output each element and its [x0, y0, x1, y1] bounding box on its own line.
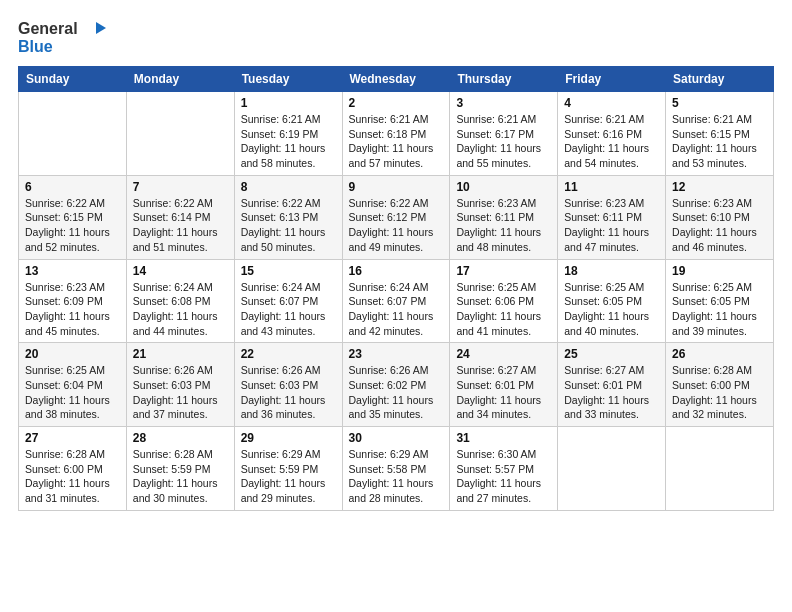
table-row: 29 Sunrise: 6:29 AMSunset: 5:59 PMDaylig…	[234, 427, 342, 511]
table-row: 31 Sunrise: 6:30 AMSunset: 5:57 PMDaylig…	[450, 427, 558, 511]
day-number: 23	[349, 347, 444, 361]
day-info: Sunrise: 6:27 AMSunset: 6:01 PMDaylight:…	[564, 364, 649, 420]
calendar-week-row: 6 Sunrise: 6:22 AMSunset: 6:15 PMDayligh…	[19, 175, 774, 259]
day-info: Sunrise: 6:23 AMSunset: 6:10 PMDaylight:…	[672, 197, 757, 253]
table-row: 3 Sunrise: 6:21 AMSunset: 6:17 PMDayligh…	[450, 92, 558, 176]
day-info: Sunrise: 6:29 AMSunset: 5:59 PMDaylight:…	[241, 448, 326, 504]
day-info: Sunrise: 6:24 AMSunset: 6:08 PMDaylight:…	[133, 281, 218, 337]
svg-text:General: General	[18, 20, 78, 37]
day-number: 13	[25, 264, 120, 278]
table-row: 16 Sunrise: 6:24 AMSunset: 6:07 PMDaylig…	[342, 259, 450, 343]
day-number: 19	[672, 264, 767, 278]
table-row: 26 Sunrise: 6:28 AMSunset: 6:00 PMDaylig…	[666, 343, 774, 427]
table-row: 7 Sunrise: 6:22 AMSunset: 6:14 PMDayligh…	[126, 175, 234, 259]
table-row	[19, 92, 127, 176]
day-info: Sunrise: 6:25 AMSunset: 6:05 PMDaylight:…	[564, 281, 649, 337]
day-info: Sunrise: 6:22 AMSunset: 6:13 PMDaylight:…	[241, 197, 326, 253]
day-info: Sunrise: 6:23 AMSunset: 6:11 PMDaylight:…	[456, 197, 541, 253]
day-info: Sunrise: 6:21 AMSunset: 6:18 PMDaylight:…	[349, 113, 434, 169]
day-number: 27	[25, 431, 120, 445]
day-number: 16	[349, 264, 444, 278]
day-number: 4	[564, 96, 659, 110]
table-row: 27 Sunrise: 6:28 AMSunset: 6:00 PMDaylig…	[19, 427, 127, 511]
day-number: 6	[25, 180, 120, 194]
day-number: 10	[456, 180, 551, 194]
day-number: 12	[672, 180, 767, 194]
table-row: 5 Sunrise: 6:21 AMSunset: 6:15 PMDayligh…	[666, 92, 774, 176]
calendar-week-row: 13 Sunrise: 6:23 AMSunset: 6:09 PMDaylig…	[19, 259, 774, 343]
day-info: Sunrise: 6:26 AMSunset: 6:03 PMDaylight:…	[133, 364, 218, 420]
svg-marker-1	[96, 22, 106, 34]
table-row: 1 Sunrise: 6:21 AMSunset: 6:19 PMDayligh…	[234, 92, 342, 176]
day-number: 15	[241, 264, 336, 278]
table-row: 8 Sunrise: 6:22 AMSunset: 6:13 PMDayligh…	[234, 175, 342, 259]
day-info: Sunrise: 6:24 AMSunset: 6:07 PMDaylight:…	[241, 281, 326, 337]
table-row: 14 Sunrise: 6:24 AMSunset: 6:08 PMDaylig…	[126, 259, 234, 343]
table-row: 15 Sunrise: 6:24 AMSunset: 6:07 PMDaylig…	[234, 259, 342, 343]
table-row	[126, 92, 234, 176]
day-info: Sunrise: 6:21 AMSunset: 6:17 PMDaylight:…	[456, 113, 541, 169]
header-monday: Monday	[126, 67, 234, 92]
header-sunday: Sunday	[19, 67, 127, 92]
day-info: Sunrise: 6:22 AMSunset: 6:12 PMDaylight:…	[349, 197, 434, 253]
day-number: 9	[349, 180, 444, 194]
table-row: 12 Sunrise: 6:23 AMSunset: 6:10 PMDaylig…	[666, 175, 774, 259]
day-number: 14	[133, 264, 228, 278]
table-row: 11 Sunrise: 6:23 AMSunset: 6:11 PMDaylig…	[558, 175, 666, 259]
logo: General Blue	[18, 18, 108, 58]
day-info: Sunrise: 6:27 AMSunset: 6:01 PMDaylight:…	[456, 364, 541, 420]
day-number: 17	[456, 264, 551, 278]
header-wednesday: Wednesday	[342, 67, 450, 92]
table-row: 28 Sunrise: 6:28 AMSunset: 5:59 PMDaylig…	[126, 427, 234, 511]
day-number: 26	[672, 347, 767, 361]
day-info: Sunrise: 6:26 AMSunset: 6:03 PMDaylight:…	[241, 364, 326, 420]
day-number: 3	[456, 96, 551, 110]
svg-text:Blue: Blue	[18, 38, 53, 55]
day-info: Sunrise: 6:21 AMSunset: 6:19 PMDaylight:…	[241, 113, 326, 169]
day-info: Sunrise: 6:24 AMSunset: 6:07 PMDaylight:…	[349, 281, 434, 337]
table-row: 9 Sunrise: 6:22 AMSunset: 6:12 PMDayligh…	[342, 175, 450, 259]
calendar-week-row: 20 Sunrise: 6:25 AMSunset: 6:04 PMDaylig…	[19, 343, 774, 427]
day-number: 22	[241, 347, 336, 361]
table-row: 24 Sunrise: 6:27 AMSunset: 6:01 PMDaylig…	[450, 343, 558, 427]
day-info: Sunrise: 6:22 AMSunset: 6:14 PMDaylight:…	[133, 197, 218, 253]
table-row: 4 Sunrise: 6:21 AMSunset: 6:16 PMDayligh…	[558, 92, 666, 176]
header-friday: Friday	[558, 67, 666, 92]
day-number: 30	[349, 431, 444, 445]
day-number: 31	[456, 431, 551, 445]
table-row: 23 Sunrise: 6:26 AMSunset: 6:02 PMDaylig…	[342, 343, 450, 427]
table-row	[666, 427, 774, 511]
calendar-week-row: 1 Sunrise: 6:21 AMSunset: 6:19 PMDayligh…	[19, 92, 774, 176]
calendar-table: Sunday Monday Tuesday Wednesday Thursday…	[18, 66, 774, 511]
table-row: 22 Sunrise: 6:26 AMSunset: 6:03 PMDaylig…	[234, 343, 342, 427]
day-number: 18	[564, 264, 659, 278]
day-info: Sunrise: 6:26 AMSunset: 6:02 PMDaylight:…	[349, 364, 434, 420]
day-number: 21	[133, 347, 228, 361]
day-info: Sunrise: 6:30 AMSunset: 5:57 PMDaylight:…	[456, 448, 541, 504]
table-row: 13 Sunrise: 6:23 AMSunset: 6:09 PMDaylig…	[19, 259, 127, 343]
day-number: 5	[672, 96, 767, 110]
table-row: 19 Sunrise: 6:25 AMSunset: 6:05 PMDaylig…	[666, 259, 774, 343]
day-info: Sunrise: 6:28 AMSunset: 6:00 PMDaylight:…	[25, 448, 110, 504]
logo-svg: General Blue	[18, 18, 108, 58]
header-saturday: Saturday	[666, 67, 774, 92]
table-row: 21 Sunrise: 6:26 AMSunset: 6:03 PMDaylig…	[126, 343, 234, 427]
day-number: 7	[133, 180, 228, 194]
day-info: Sunrise: 6:21 AMSunset: 6:16 PMDaylight:…	[564, 113, 649, 169]
header: General Blue	[18, 18, 774, 58]
day-number: 11	[564, 180, 659, 194]
day-info: Sunrise: 6:23 AMSunset: 6:09 PMDaylight:…	[25, 281, 110, 337]
day-number: 29	[241, 431, 336, 445]
day-info: Sunrise: 6:28 AMSunset: 6:00 PMDaylight:…	[672, 364, 757, 420]
weekday-header-row: Sunday Monday Tuesday Wednesday Thursday…	[19, 67, 774, 92]
day-info: Sunrise: 6:25 AMSunset: 6:06 PMDaylight:…	[456, 281, 541, 337]
day-info: Sunrise: 6:21 AMSunset: 6:15 PMDaylight:…	[672, 113, 757, 169]
table-row: 20 Sunrise: 6:25 AMSunset: 6:04 PMDaylig…	[19, 343, 127, 427]
day-number: 25	[564, 347, 659, 361]
table-row	[558, 427, 666, 511]
day-number: 2	[349, 96, 444, 110]
day-info: Sunrise: 6:29 AMSunset: 5:58 PMDaylight:…	[349, 448, 434, 504]
table-row: 6 Sunrise: 6:22 AMSunset: 6:15 PMDayligh…	[19, 175, 127, 259]
day-info: Sunrise: 6:23 AMSunset: 6:11 PMDaylight:…	[564, 197, 649, 253]
day-info: Sunrise: 6:28 AMSunset: 5:59 PMDaylight:…	[133, 448, 218, 504]
